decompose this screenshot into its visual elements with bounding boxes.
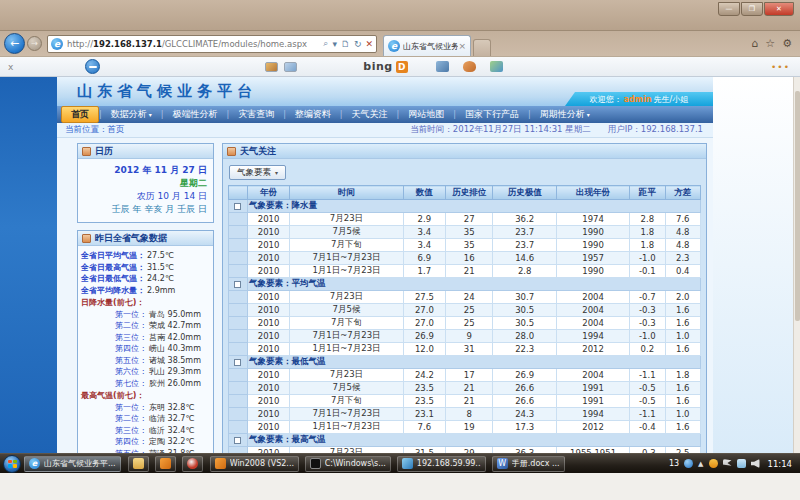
rank-section-title: 日降水量(前七)： xyxy=(81,297,209,309)
qq-icon[interactable] xyxy=(709,459,718,468)
action-center-flag-icon[interactable] xyxy=(723,459,732,468)
table-row[interactable]: 20107月23日27.52430.72004-0.72.0 xyxy=(229,291,701,304)
card-icon[interactable] xyxy=(265,62,278,72)
search-icon[interactable]: ⌕ xyxy=(323,38,328,49)
refresh-icon[interactable]: ↻ xyxy=(354,39,362,49)
home-icon[interactable]: ⌂ xyxy=(751,37,758,50)
table-cell: -0.7 xyxy=(630,291,665,304)
new-tab-button[interactable] xyxy=(473,39,491,56)
wallet-icon[interactable] xyxy=(436,61,449,72)
people-icon[interactable] xyxy=(490,61,503,72)
stat-value: 27.5℃ xyxy=(147,250,174,262)
close-button[interactable]: ✕ xyxy=(764,2,794,16)
table-cell: 27 xyxy=(446,213,493,226)
tools-gear-icon[interactable]: ⚙ xyxy=(782,37,792,50)
toolbar-close-icon[interactable]: x xyxy=(8,62,13,72)
speaker-icon[interactable] xyxy=(751,459,760,468)
taskbar-clock[interactable]: 11:14 xyxy=(768,459,793,469)
table-row[interactable]: 20101月1日~7月23日1.7212.81990-0.10.4 xyxy=(229,265,701,278)
table-cell: 2010 xyxy=(247,421,289,434)
back-button[interactable]: ← xyxy=(4,33,25,54)
table-row[interactable]: 20107月5候27.02530.52004-0.31.6 xyxy=(229,304,701,317)
table-row[interactable]: 20107月1日~7月23日6.91614.61957-1.02.3 xyxy=(229,252,701,265)
accessibility-circle-icon[interactable] xyxy=(85,59,100,74)
table-row[interactable]: 20107月23日2.92736.219742.87.6 xyxy=(229,213,701,226)
nav-item-6[interactable]: 网站地图 xyxy=(399,107,453,122)
checkbox[interactable] xyxy=(234,437,241,444)
table-row[interactable]: 20107月下旬23.52126.61991-0.51.6 xyxy=(229,395,701,408)
table-row[interactable]: 20107月下旬3.43523.719901.84.8 xyxy=(229,239,701,252)
task-button-3[interactable]: W手册.docx ... xyxy=(492,456,565,472)
nav-item-1[interactable]: 数据分析▾ xyxy=(102,107,161,122)
bing-logo[interactable]: bing D xyxy=(363,60,407,73)
nav-item-4[interactable]: 整编资料 xyxy=(286,107,340,122)
group-label: 气象要素：降水量 xyxy=(247,200,700,213)
group-checkbox-cell xyxy=(229,278,248,291)
scrollbar-thumb[interactable] xyxy=(795,91,800,321)
calendar-date: 2012 年 11 月 27 日 xyxy=(82,164,207,177)
table-row[interactable]: 20101月1日~7月23日7.61917.32012-0.41.6 xyxy=(229,421,701,434)
tab-title: 山东省气候业务平... xyxy=(403,41,458,52)
pinned-app-orange[interactable] xyxy=(155,456,176,472)
compatibility-icon[interactable]: 🗋 xyxy=(341,39,350,49)
checkbox[interactable] xyxy=(234,203,241,210)
nav-item-2[interactable]: 极端性分析 xyxy=(163,107,226,122)
paw-icon[interactable] xyxy=(463,61,476,72)
table-cell: 1.8 xyxy=(630,239,665,252)
mail-icon[interactable] xyxy=(284,62,297,72)
vertical-scrollbar[interactable] xyxy=(793,77,800,453)
checkbox[interactable] xyxy=(234,359,241,366)
nav-item-3[interactable]: 灾害查询 xyxy=(229,107,283,122)
nav-item-8[interactable]: 周期性分析▾ xyxy=(531,107,599,122)
row-indent-cell xyxy=(229,213,248,226)
table-cell: -0.1 xyxy=(630,265,665,278)
stat-value: 24.2℃ xyxy=(147,273,174,285)
nav-item-7[interactable]: 国家下行产品 xyxy=(456,107,528,122)
stop-icon[interactable]: ✕ xyxy=(365,39,373,49)
table-cell: 1.6 xyxy=(665,395,700,408)
element-filter-button[interactable]: 气象要素 ▾ xyxy=(229,165,286,180)
nav-item-5[interactable]: 天气关注 xyxy=(343,107,397,122)
page-right-margin xyxy=(713,77,793,453)
table-cell: 2010 xyxy=(247,252,289,265)
table-row[interactable]: 20107月1日~7月23日23.1824.31994-1.11.0 xyxy=(229,408,701,421)
table-cell: 31 xyxy=(446,343,493,356)
nav-item-0[interactable]: 首页 xyxy=(61,106,99,123)
taskbar-active-ie-window[interactable]: e 山东省气候业务平... xyxy=(24,456,121,472)
table-row[interactable]: 20107月下旬27.02530.52004-0.31.6 xyxy=(229,317,701,330)
table-cell: 7月下旬 xyxy=(290,317,403,330)
table-row[interactable]: 20107月5候3.43523.719901.84.8 xyxy=(229,226,701,239)
task-button-2[interactable]: 192.168.59.99... xyxy=(397,456,486,472)
tray-app-icon[interactable] xyxy=(684,459,693,468)
table-row[interactable]: 20107月1日~7月23日26.9928.01994-1.01.0 xyxy=(229,330,701,343)
network-icon[interactable] xyxy=(737,459,746,468)
task-button-1[interactable]: C:\Windows\s... xyxy=(305,456,391,472)
tab-close-icon[interactable]: × xyxy=(458,41,466,51)
forward-button[interactable]: → xyxy=(27,36,42,51)
address-bar[interactable]: e http://192.168.137.1/GLCCLIMATE/module… xyxy=(47,35,377,53)
show-hidden-icons[interactable]: ▲ xyxy=(698,460,703,468)
url-text[interactable]: http://192.168.137.1/GLCCLIMATE/modules/… xyxy=(67,39,319,49)
table-row[interactable]: 20107月5候23.52126.61991-0.51.6 xyxy=(229,382,701,395)
task-button-label: Win2008 (VS2... xyxy=(230,459,294,468)
pinned-media-player[interactable] xyxy=(182,456,203,472)
dropdown-icon[interactable]: ▾ xyxy=(332,39,337,49)
start-button[interactable] xyxy=(3,455,21,473)
table-row[interactable]: 20107月23日24.21726.92004-1.11.8 xyxy=(229,369,701,382)
table-cell: 21 xyxy=(446,395,493,408)
row-indent-cell xyxy=(229,304,248,317)
rank-value: 莒南 42.0mm xyxy=(149,332,201,344)
table-cell: 2010 xyxy=(247,408,289,421)
more-dots-icon[interactable]: ••• xyxy=(771,62,790,72)
favorites-star-icon[interactable]: ☆ xyxy=(765,37,775,50)
maximize-button[interactable]: ❐ xyxy=(741,2,763,16)
stat-label: 全省日最低气温： xyxy=(81,273,145,285)
browser-tab[interactable]: e 山东省气候业务平... × xyxy=(383,35,471,56)
table-row[interactable]: 20101月1日~7月23日12.03122.320120.21.6 xyxy=(229,343,701,356)
minimize-button[interactable]: — xyxy=(718,2,740,16)
table-cell: 7月下旬 xyxy=(290,395,403,408)
pinned-explorer[interactable] xyxy=(128,456,149,472)
rank-row: 第三位：莒南 42.0mm xyxy=(81,332,209,344)
task-button-0[interactable]: Win2008 (VS2... xyxy=(210,456,299,472)
checkbox[interactable] xyxy=(234,281,241,288)
